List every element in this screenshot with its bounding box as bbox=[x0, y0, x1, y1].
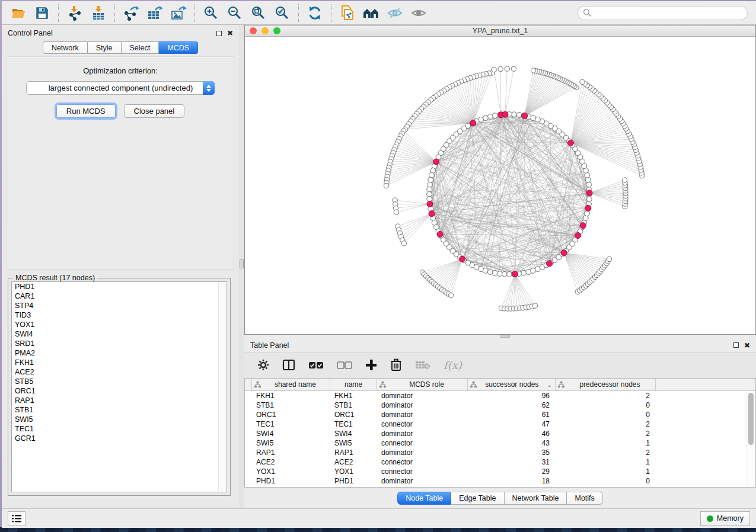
table-cell[interactable]: 31 bbox=[468, 458, 556, 466]
table-cell[interactable]: dominator bbox=[377, 448, 468, 457]
table-cell[interactable]: connector bbox=[377, 458, 468, 466]
open-file-button[interactable] bbox=[7, 4, 30, 23]
deselect-all-button[interactable] bbox=[337, 361, 352, 369]
table-cell[interactable]: dominator bbox=[377, 430, 468, 438]
column-header-predecessor-nodes[interactable]: predecessor nodes bbox=[556, 379, 656, 390]
export-network-button[interactable] bbox=[119, 4, 143, 23]
delete-column-button[interactable] bbox=[390, 358, 402, 371]
first-neighbors-button[interactable] bbox=[359, 4, 383, 23]
mcds-result-item[interactable]: TEC1 bbox=[12, 424, 227, 434]
table-row[interactable]: STB1STB1dominator620 bbox=[245, 400, 755, 410]
network-titlebar[interactable]: YPA_prune.txt_1 bbox=[245, 25, 755, 37]
mcds-result-item[interactable]: STB1 bbox=[12, 405, 227, 415]
table-cell[interactable]: dominator bbox=[377, 392, 468, 400]
network-canvas[interactable] bbox=[245, 37, 755, 334]
table-cell[interactable]: 1 bbox=[556, 458, 656, 466]
tab-motifs[interactable]: Motifs bbox=[567, 492, 602, 505]
mcds-result-item[interactable]: SWI5 bbox=[12, 415, 227, 424]
mcds-result-item[interactable]: FKH1 bbox=[12, 358, 227, 367]
float-panel-icon[interactable] bbox=[733, 342, 739, 348]
network-graph[interactable] bbox=[245, 37, 755, 334]
table-cell[interactable]: dominator bbox=[377, 411, 468, 419]
show-panels-button[interactable] bbox=[8, 511, 25, 526]
table-cell[interactable]: YOX1 bbox=[330, 467, 377, 476]
tab-select[interactable]: Select bbox=[122, 41, 160, 54]
table-cell[interactable]: STB1 bbox=[252, 401, 330, 409]
table-cell[interactable]: ORC1 bbox=[252, 411, 330, 419]
table-row[interactable]: YOX1YOX1connector291 bbox=[245, 467, 755, 476]
table-cell[interactable]: 0 bbox=[556, 401, 656, 409]
table-cell[interactable]: SWI5 bbox=[330, 439, 377, 447]
table-cell[interactable]: 62 bbox=[468, 401, 556, 409]
table-cell[interactable]: RAP1 bbox=[252, 448, 330, 457]
column-header-mcds-role[interactable]: MCDS role bbox=[377, 379, 468, 390]
copy-network-button[interactable] bbox=[336, 4, 359, 23]
tab-mcds[interactable]: MCDS bbox=[159, 41, 198, 54]
tab-network-table[interactable]: Network Table bbox=[505, 492, 567, 505]
table-cell[interactable]: 47 bbox=[468, 420, 556, 428]
table-settings-button[interactable] bbox=[257, 359, 269, 371]
mcds-result-item[interactable]: SRD1 bbox=[12, 339, 227, 348]
import-table-button[interactable] bbox=[87, 4, 110, 23]
table-row[interactable]: RAP1RAP1dominator352 bbox=[245, 448, 755, 457]
scrollbar-thumb[interactable] bbox=[748, 393, 754, 445]
export-image-button[interactable] bbox=[167, 4, 190, 23]
table-cell[interactable]: 1 bbox=[556, 467, 656, 476]
zoom-in-button[interactable] bbox=[199, 4, 223, 23]
save-session-button[interactable] bbox=[30, 4, 54, 23]
hide-selected-button[interactable] bbox=[383, 4, 407, 23]
mcds-result-item[interactable]: ACE2 bbox=[12, 367, 227, 377]
table-cell[interactable]: 61 bbox=[468, 411, 556, 419]
zoom-out-button[interactable] bbox=[223, 4, 247, 23]
mcds-result-item[interactable]: STP4 bbox=[12, 301, 227, 310]
tab-style[interactable]: Style bbox=[88, 41, 122, 54]
select-all-button[interactable] bbox=[308, 361, 324, 369]
table-row[interactable]: ORC1ORC1dominator610 bbox=[245, 410, 755, 419]
add-column-button[interactable] bbox=[365, 359, 377, 371]
table-cell[interactable]: 18 bbox=[468, 477, 556, 485]
table-cell[interactable]: 2 bbox=[556, 448, 656, 457]
mcds-result-item[interactable]: YOX1 bbox=[12, 320, 227, 329]
table-cell[interactable]: dominator bbox=[377, 401, 468, 409]
table-cell[interactable]: 1 bbox=[556, 439, 656, 447]
table-cell[interactable]: SWI4 bbox=[330, 430, 377, 438]
mcds-result-item[interactable]: ORC1 bbox=[12, 386, 227, 396]
column-header-successor-nodes[interactable]: successor nodes ⌄ bbox=[468, 379, 556, 390]
node-table[interactable]: shared name name MCDS role bbox=[244, 378, 756, 488]
mcds-result-item[interactable]: CAR1 bbox=[12, 291, 227, 301]
mcds-result-item[interactable]: PMA2 bbox=[12, 348, 227, 358]
tab-node-table[interactable]: Node Table bbox=[397, 492, 451, 505]
mcds-result-item[interactable]: STB5 bbox=[12, 377, 227, 386]
table-cell[interactable]: 29 bbox=[468, 467, 556, 476]
column-layout-button[interactable] bbox=[282, 359, 295, 371]
criterion-dropdown[interactable]: largest connected component (undirected) bbox=[26, 81, 215, 95]
splitter-handle[interactable] bbox=[240, 259, 244, 268]
table-cell[interactable]: TEC1 bbox=[252, 420, 330, 428]
close-panel-icon[interactable]: ✖ bbox=[744, 342, 750, 349]
table-cell[interactable]: connector bbox=[377, 467, 468, 476]
table-row[interactable]: PHD1PHD1dominator180 bbox=[245, 476, 755, 486]
zoom-fit-button[interactable] bbox=[247, 4, 270, 23]
table-cell[interactable]: 96 bbox=[468, 392, 556, 400]
table-row[interactable]: TEC1TEC1connector472 bbox=[245, 419, 755, 429]
table-scrollbar[interactable] bbox=[747, 392, 754, 486]
table-cell[interactable]: 2 bbox=[556, 420, 656, 428]
table-cell[interactable]: 43 bbox=[468, 439, 556, 447]
table-cell[interactable]: 2 bbox=[556, 430, 656, 438]
mcds-result-item[interactable]: GCR1 bbox=[12, 434, 227, 443]
table-cell[interactable]: STB1 bbox=[330, 401, 377, 409]
table-cell[interactable]: PHD1 bbox=[252, 477, 330, 485]
vertical-splitter[interactable] bbox=[239, 25, 244, 508]
sort-descending-icon[interactable]: ⌄ bbox=[547, 382, 552, 388]
float-panel-icon[interactable] bbox=[216, 31, 222, 36]
memory-button[interactable]: Memory bbox=[700, 511, 750, 526]
table-row[interactable]: FKH1FKH1dominator962 bbox=[245, 391, 755, 400]
show-all-button[interactable] bbox=[407, 4, 430, 23]
close-panel-icon[interactable]: ✖ bbox=[227, 30, 233, 37]
search-box[interactable] bbox=[578, 6, 748, 20]
column-header-name[interactable]: name bbox=[330, 379, 377, 390]
mcds-list-scrollbar[interactable] bbox=[218, 283, 226, 491]
table-cell[interactable]: FKH1 bbox=[252, 392, 330, 400]
table-cell[interactable]: RAP1 bbox=[330, 448, 377, 457]
table-cell[interactable]: 0 bbox=[556, 411, 656, 419]
